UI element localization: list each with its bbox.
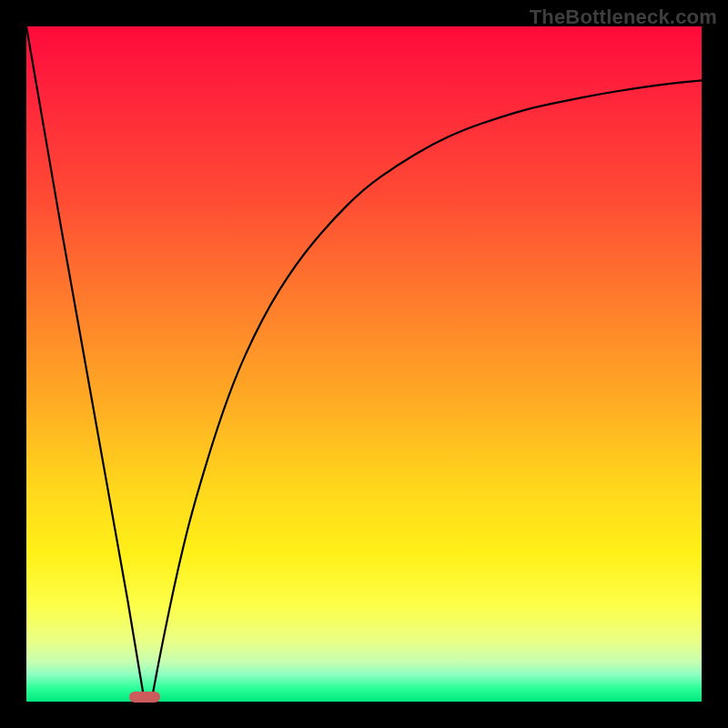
bottleneck-curve	[26, 26, 702, 702]
curve-left-branch	[26, 26, 151, 702]
curve-right-branch	[151, 80, 702, 702]
optimal-marker	[129, 692, 159, 703]
chart-frame: TheBottleneck.com	[0, 0, 728, 728]
watermark-text: TheBottleneck.com	[530, 5, 717, 29]
plot-area	[26, 26, 702, 702]
